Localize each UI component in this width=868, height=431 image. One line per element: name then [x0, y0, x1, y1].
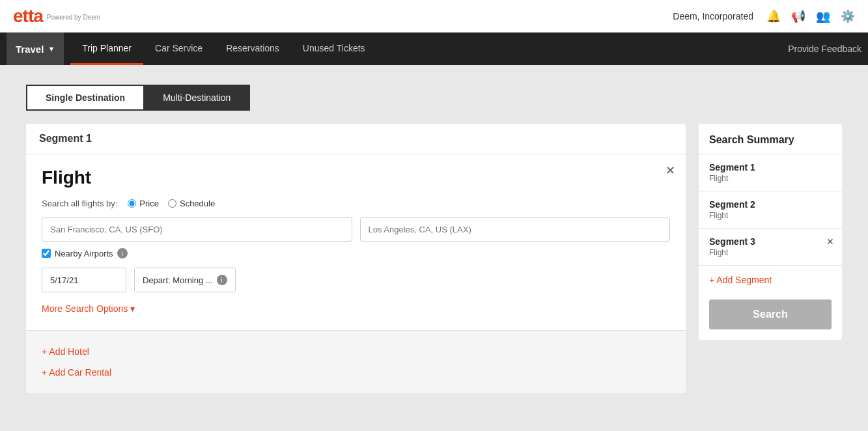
flight-title: Flight [42, 167, 670, 188]
megaphone-icon[interactable]: 📢 [791, 9, 805, 23]
nav-link-unused-tickets[interactable]: Unused Tickets [291, 33, 377, 65]
radio-price-text: Price [139, 199, 159, 208]
summary-segment-2: Segment 2 Flight [699, 191, 842, 229]
nav-bar: Travel ▼ Trip Planner Car Service Reserv… [0, 33, 868, 65]
summary-title: Search Summary [699, 134, 842, 154]
add-hotel-link[interactable]: + Add Hotel [42, 341, 670, 362]
add-car-rental-link[interactable]: + Add Car Rental [42, 362, 670, 383]
more-search-options-link[interactable]: More Search Options ▾ [42, 303, 135, 314]
summary-segment-1-name: Segment 1 [709, 162, 832, 173]
logo-sub: Powered by Deem [47, 14, 100, 21]
top-bar: etta Powered by Deem Deem, Incorporated … [0, 0, 868, 33]
nav-links: Trip Planner Car Service Reservations Un… [70, 33, 376, 65]
nav-right: Provide Feedback [788, 43, 861, 55]
content-row: Segment 1 ✕ Flight Search all flights by… [26, 124, 842, 393]
radio-price[interactable] [128, 199, 136, 208]
nearby-airports-checkbox[interactable] [42, 249, 51, 258]
add-links-area: + Add Hotel + Add Car Rental [26, 331, 686, 393]
search-button[interactable]: Search [709, 299, 832, 329]
radio-schedule-text: Schedule [180, 199, 215, 208]
settings-icon[interactable]: ⚙️ [841, 9, 855, 23]
nearby-airports-info-icon[interactable]: i [117, 248, 128, 258]
add-segment-label: + Add Segment [709, 275, 772, 285]
depart-info-icon[interactable]: i [217, 275, 227, 285]
flight-form: ✕ Flight Search all flights by: Price Sc… [26, 154, 686, 331]
summary-segment-3-name: Segment 3 [709, 236, 832, 247]
provide-feedback-link[interactable]: Provide Feedback [788, 44, 861, 54]
top-right: Deem, Incorporated 🔔 📢 👥 ⚙️ [673, 9, 855, 23]
date-input[interactable] [42, 268, 126, 292]
search-summary: Search Summary Segment 1 Flight Segment … [699, 124, 842, 340]
add-segment-button[interactable]: + Add Segment [699, 266, 842, 294]
tab-multi-destination[interactable]: Multi-Destination [143, 85, 250, 111]
nearby-airports-label: Nearby Airports [55, 249, 113, 258]
top-icons: 🔔 📢 👥 ⚙️ [766, 9, 855, 23]
summary-segment-2-name: Segment 2 [709, 199, 832, 210]
travel-arrow-icon: ▼ [48, 45, 55, 53]
airports-row [42, 217, 670, 242]
nearby-row: Nearby Airports i [42, 248, 670, 258]
more-options-label: More Search Options [42, 303, 128, 314]
to-airport-input[interactable] [360, 217, 671, 242]
segment-card: Segment 1 ✕ Flight Search all flights by… [26, 124, 686, 393]
segment-header: Segment 1 [26, 124, 686, 154]
logo-etta: etta [13, 6, 43, 27]
travel-label: Travel [16, 44, 44, 55]
from-airport-input[interactable] [42, 217, 352, 242]
nav-link-car-service[interactable]: Car Service [143, 33, 214, 65]
radio-group: Price Schedule [128, 199, 215, 208]
date-row: Depart: Morning ... i [42, 268, 670, 292]
depart-time-select[interactable]: Depart: Morning ... i [134, 268, 236, 292]
tab-single-destination[interactable]: Single Destination [26, 85, 143, 111]
depart-time-label: Depart: Morning ... [143, 275, 213, 285]
nav-travel[interactable]: Travel ▼ [7, 33, 64, 65]
people-icon[interactable]: 👥 [816, 9, 830, 23]
summary-segment-1-type: Flight [709, 174, 832, 183]
close-button[interactable]: ✕ [665, 163, 675, 178]
tab-switcher: Single Destination Multi-Destination [26, 85, 842, 111]
remove-segment-3-button[interactable]: ✕ [826, 236, 834, 247]
logo-area: etta Powered by Deem [13, 6, 100, 27]
radio-price-label[interactable]: Price [128, 199, 159, 208]
nav-link-trip-planner[interactable]: Trip Planner [70, 33, 143, 65]
company-name: Deem, Incorporated [673, 11, 753, 21]
summary-segment-1: Segment 1 Flight [699, 154, 842, 191]
bell-icon[interactable]: 🔔 [766, 9, 781, 23]
nav-link-reservations[interactable]: Reservations [214, 33, 291, 65]
radio-schedule[interactable] [168, 199, 176, 208]
summary-segment-3: Segment 3 Flight ✕ [699, 229, 842, 266]
more-options-chevron-icon: ▾ [130, 303, 135, 314]
search-by-row: Search all flights by: Price Schedule [42, 199, 670, 208]
summary-segment-3-type: Flight [709, 248, 832, 257]
main-content: Single Destination Multi-Destination Seg… [0, 65, 868, 413]
radio-schedule-label[interactable]: Schedule [168, 199, 215, 208]
search-by-label: Search all flights by: [42, 199, 117, 208]
summary-segment-2-type: Flight [709, 211, 832, 220]
